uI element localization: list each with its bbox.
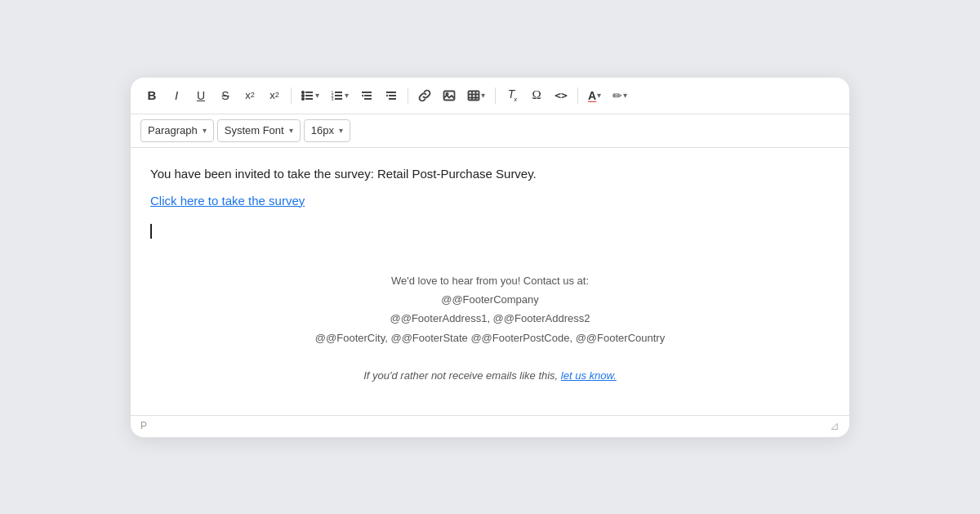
format-select-value: Paragraph bbox=[148, 124, 198, 136]
indent-button[interactable] bbox=[380, 84, 403, 107]
invitation-paragraph: You have been invited to take the survey… bbox=[150, 164, 830, 184]
size-select-value: 16px bbox=[311, 124, 334, 136]
format-select[interactable]: Paragraph ▾ bbox=[140, 119, 214, 142]
toolbar-top: B I U S x2 x2 ▾ 1. 2. 3. bbox=[131, 78, 849, 114]
bullet-dropdown-arrow: ▾ bbox=[315, 92, 319, 100]
editor-content-area[interactable]: You have been invited to take the survey… bbox=[131, 148, 849, 415]
divider-3 bbox=[495, 87, 496, 104]
image-button[interactable] bbox=[438, 84, 461, 107]
outdent-button[interactable] bbox=[355, 84, 378, 107]
font-color-arrow: ▾ bbox=[597, 92, 601, 100]
status-paragraph-label: P bbox=[140, 420, 147, 431]
svg-rect-20 bbox=[469, 91, 479, 100]
cursor-line bbox=[150, 224, 830, 239]
font-color-label: A bbox=[588, 90, 596, 101]
font-select[interactable]: System Font ▾ bbox=[217, 119, 301, 142]
divider-1 bbox=[291, 87, 292, 104]
link-button[interactable] bbox=[413, 84, 436, 107]
bullet-list-button[interactable]: ▾ bbox=[296, 84, 324, 107]
text-cursor bbox=[150, 224, 152, 239]
size-select[interactable]: 16px ▾ bbox=[304, 119, 350, 142]
table-button[interactable]: ▾ bbox=[462, 84, 490, 107]
editor-container: B I U S x2 x2 ▾ 1. 2. 3. bbox=[131, 78, 849, 437]
table-icon bbox=[467, 89, 480, 102]
clear-format-label: Tx bbox=[508, 88, 517, 103]
email-footer: We'd love to hear from you! Contact us a… bbox=[150, 239, 830, 402]
ordered-dropdown-arrow: ▾ bbox=[345, 92, 349, 100]
unsubscribe-text: If you'd rather not receive emails like … bbox=[363, 369, 561, 382]
resize-handle[interactable]: ⊿ bbox=[830, 419, 840, 432]
font-select-arrow: ▾ bbox=[289, 126, 293, 135]
svg-point-1 bbox=[302, 94, 304, 96]
footer-address2: @@FooterCity, @@FooterState @@FooterPost… bbox=[199, 329, 781, 347]
strikethrough-button[interactable]: S bbox=[214, 84, 237, 107]
size-select-arrow: ▾ bbox=[339, 126, 343, 135]
code-button[interactable]: <> bbox=[550, 84, 572, 107]
svg-point-0 bbox=[302, 91, 304, 92]
editor-statusbar: P ⊿ bbox=[131, 415, 849, 436]
divider-4 bbox=[577, 87, 578, 104]
underline-button[interactable]: U bbox=[189, 84, 212, 107]
superscript-button[interactable]: x2 bbox=[238, 84, 261, 107]
link-icon bbox=[418, 89, 431, 102]
indent-icon bbox=[385, 89, 398, 102]
highlight-arrow: ▾ bbox=[623, 92, 627, 100]
divider-2 bbox=[408, 87, 408, 104]
footer-contact-line: We'd love to hear from you! Contact us a… bbox=[199, 271, 781, 290]
toolbar-second: Paragraph ▾ System Font ▾ 16px ▾ bbox=[131, 114, 849, 148]
clear-format-button[interactable]: Tx bbox=[501, 84, 523, 107]
outdent-icon bbox=[360, 89, 373, 102]
font-color-button[interactable]: A ▾ bbox=[583, 84, 606, 107]
svg-text:3.: 3. bbox=[332, 96, 335, 101]
unsubscribe-link[interactable]: let us know. bbox=[561, 369, 617, 382]
footer-address1: @@FooterAddress1, @@FooterAddress2 bbox=[199, 309, 781, 328]
footer-unsubscribe: If you'd rather not receive emails like … bbox=[199, 366, 781, 385]
highlight-button[interactable]: ✏ ▾ bbox=[608, 84, 632, 107]
highlight-label: ✏ bbox=[612, 90, 622, 101]
ordered-list-button[interactable]: 1. 2. 3. ▾ bbox=[326, 84, 354, 107]
bold-button[interactable]: B bbox=[140, 84, 163, 107]
footer-company: @@FooterCompany bbox=[199, 290, 781, 309]
font-select-value: System Font bbox=[225, 124, 284, 136]
special-char-button[interactable]: Ω bbox=[525, 84, 548, 107]
italic-button[interactable]: I bbox=[165, 84, 188, 107]
survey-link[interactable]: Click here to take the survey bbox=[150, 194, 830, 208]
table-dropdown-arrow: ▾ bbox=[481, 92, 485, 100]
subscript-button[interactable]: x2 bbox=[263, 84, 286, 107]
format-select-arrow: ▾ bbox=[203, 126, 207, 135]
ordered-list-icon: 1. 2. 3. bbox=[331, 89, 344, 102]
svg-point-2 bbox=[302, 97, 304, 99]
image-icon bbox=[443, 89, 456, 102]
bullet-list-icon bbox=[301, 89, 314, 102]
